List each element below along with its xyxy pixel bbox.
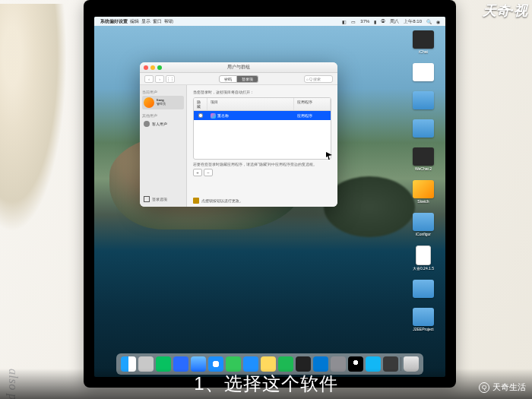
guest-icon — [144, 121, 150, 127]
desktop-item[interactable]: Sketch — [406, 180, 441, 204]
battery-percent[interactable]: 37% — [360, 19, 369, 24]
sidebar-group-other: 其他用户 — [142, 113, 184, 118]
desktop-item[interactable] — [406, 63, 441, 82]
menubar-app-name[interactable]: 系统偏好设置 — [100, 18, 128, 25]
status-extra-icon[interactable]: ◧ — [342, 19, 347, 24]
window-titlebar[interactable]: 用户与群组 — [140, 62, 337, 73]
lock-hint: 点授锁按钮以进行更改。 — [201, 198, 243, 203]
desktop-item[interactable] — [406, 280, 441, 299]
device-frame: 系统偏好设置 编辑 显示 窗口 帮助 ◧ ▭ 37% ▮ ⦿ 周八 上午8:10… — [84, 0, 456, 388]
list-header: 隐藏 项目 应用程序 — [194, 98, 331, 111]
menu-edit[interactable]: 编辑 — [130, 18, 139, 25]
desktop-item[interactable] — [406, 91, 441, 110]
login-items-pane: 当您登录时，这些项目将自动打开： 隐藏 项目 应用程序 重名称 应用程序 — [187, 85, 337, 207]
window-toolbar: ‹ › ⋮⋮ 密码 登录项 ⌕Q 搜索 — [140, 73, 337, 85]
sidebar-current-user[interactable]: ftang 管理员 — [142, 96, 184, 109]
lock-icon — [193, 198, 199, 204]
desktop-item[interactable]: WeChat 2 — [406, 147, 441, 171]
window-title: 用户与群组 — [227, 64, 250, 71]
sidebar-guest-user[interactable]: 客人用户 — [142, 119, 184, 128]
col-kind[interactable]: 应用程序 — [294, 98, 331, 110]
tab-login-items[interactable]: 登录项 — [237, 75, 258, 83]
user-role: 管理员 — [157, 103, 166, 106]
decor-wheat — [0, 4, 76, 262]
caption-text: 1、选择这个软件 — [194, 372, 337, 396]
desktop-item[interactable]: iConfigur — [406, 213, 441, 236]
sidebar-group-current: 当前用户 — [142, 90, 184, 94]
back-button[interactable]: ‹ — [144, 75, 154, 83]
desktop-item[interactable]: iChat — [406, 30, 441, 54]
login-items-footer-hint: 若要在您登录时隐藏应用程序，请选择"隐藏"列中应用程序旁边的复选框。 — [193, 163, 331, 166]
remove-login-item-button[interactable]: − — [204, 169, 213, 176]
tab-password[interactable]: 密码 — [219, 75, 237, 83]
login-items-list: 隐藏 项目 应用程序 重名称 应用程序 — [193, 97, 331, 160]
wifi-icon[interactable]: ⦿ — [381, 19, 385, 24]
desktop-item[interactable] — [406, 119, 441, 138]
avatar — [144, 97, 154, 108]
menubar: 系统偏好设置 编辑 显示 窗口 帮助 ◧ ▭ 37% ▮ ⦿ 周八 上午8:10… — [94, 17, 445, 26]
status-display-icon[interactable]: ▭ — [351, 19, 356, 24]
battery-icon[interactable]: ▮ — [374, 19, 376, 24]
spotlight-icon[interactable]: 🔍 — [426, 19, 432, 24]
siri-icon[interactable]: ◉ — [436, 19, 440, 24]
add-login-item-button[interactable]: + — [193, 169, 202, 176]
home-icon — [144, 196, 150, 202]
search-input[interactable]: ⌕Q 搜索 — [304, 75, 333, 83]
zoom-button[interactable] — [157, 65, 162, 70]
close-button[interactable] — [144, 65, 148, 70]
desktop-item[interactable]: J2EEProject — [406, 308, 441, 331]
menu-window[interactable]: 窗口 — [153, 18, 162, 25]
login-item-row[interactable]: 重名称 应用程序 — [194, 111, 331, 120]
tab-segmented-control: 密码 登录项 — [219, 75, 258, 83]
brand-icon: Q — [479, 382, 489, 393]
forward-button[interactable]: › — [155, 75, 164, 83]
clock-time[interactable]: 上午8:10 — [404, 18, 422, 25]
login-items-heading: 当您登录时，这些项目将自动打开： — [193, 90, 331, 94]
wallpaper-island2 — [324, 176, 415, 237]
desktop-icons-column: iChat WeChat 2 Sketch iConfigur 大喜0.24.1… — [406, 30, 441, 331]
brand-watermark-bottom: Q 天奇生活 — [479, 382, 526, 393]
mac-screen: 系统偏好设置 编辑 显示 窗口 帮助 ◧ ▭ 37% ▮ ⦿ 周八 上午8:10… — [94, 17, 445, 377]
desktop-item[interactable]: 大喜0.24.1.5 — [406, 245, 441, 271]
caption-bar: 1、选择这个软件 — [0, 369, 532, 399]
brand-watermark-top: 天奇·视 — [483, 2, 527, 20]
clock-day[interactable]: 周八 — [390, 18, 399, 25]
col-item[interactable]: 项目 — [207, 98, 294, 110]
app-icon — [211, 113, 216, 119]
col-hide[interactable]: 隐藏 — [194, 98, 207, 110]
users-sidebar: 当前用户 ftang 管理员 其他用户 客人用户 — [140, 85, 187, 207]
minimize-button[interactable] — [150, 65, 155, 70]
lock-row[interactable]: 点授锁按钮以进行更改。 — [193, 198, 243, 204]
tutorial-frame: also print &king 天奇·视 系统偏好设置 编辑 显示 窗口 帮助… — [0, 0, 532, 399]
sidebar-login-options[interactable]: 登录选项 — [142, 195, 184, 204]
hide-checkbox[interactable] — [198, 113, 203, 118]
item-kind: 应用程序 — [294, 113, 331, 118]
users-groups-window: 用户与群组 ‹ › ⋮⋮ 密码 登录项 ⌕Q 搜索 当 — [140, 62, 337, 207]
search-icon: ⌕ — [306, 77, 309, 81]
menu-view[interactable]: 显示 — [141, 18, 150, 25]
item-name: 重名称 — [217, 113, 229, 118]
show-all-button[interactable]: ⋮⋮ — [166, 75, 175, 83]
menu-help[interactable]: 帮助 — [164, 18, 173, 25]
